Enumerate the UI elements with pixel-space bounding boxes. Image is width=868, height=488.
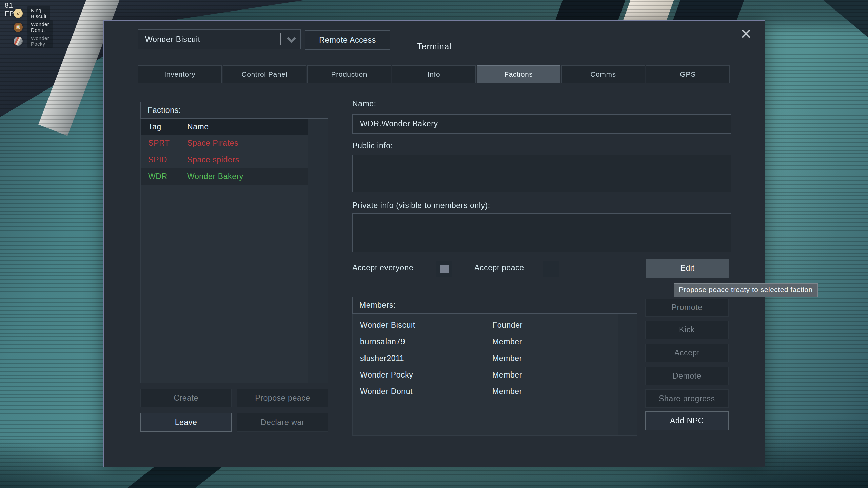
faction-tag: SPRT [148, 135, 170, 151]
tab-production[interactable]: Production [307, 65, 391, 83]
avatar [14, 23, 23, 32]
factions-table-header: Tag Name [141, 119, 308, 135]
tab-inventory[interactable]: Inventory [138, 65, 222, 83]
declare-war-button[interactable]: Declare war [237, 413, 328, 432]
member-name: slusher2011 [360, 350, 404, 367]
avatar [14, 37, 23, 46]
member-role: Member [492, 350, 522, 367]
chevron-down-icon [288, 35, 294, 42]
accept-everyone-label: Accept everyone [352, 263, 413, 272]
faction-tag: WDR [148, 168, 167, 185]
tab-info[interactable]: Info [392, 65, 476, 83]
tooltip: Propose peace treaty to selected faction [674, 283, 818, 297]
accept-button[interactable]: Accept [645, 344, 729, 362]
checkbox-fill [440, 265, 449, 273]
tab-factions[interactable]: Factions [477, 65, 560, 83]
faction-row-spid[interactable]: SPID Space spiders [141, 151, 308, 168]
factions-panel-header: Factions: [140, 102, 328, 119]
accept-everyone-checkbox[interactable] [436, 261, 452, 277]
top-divider [138, 57, 730, 57]
private-info-label: Private info (visible to members only): [352, 201, 490, 210]
player-name: King Biscuit [27, 6, 50, 20]
accept-peace-label: Accept peace [474, 263, 524, 272]
factions-header-label: Factions: [147, 102, 181, 118]
leave-faction-button[interactable]: Leave [140, 413, 232, 432]
bg-dark-band-bottom [125, 466, 224, 488]
public-info-label: Public info: [352, 141, 393, 150]
voice-player: Wonder Donut [14, 22, 53, 32]
member-role: Founder [492, 317, 523, 333]
faction-name: Space Pirates [187, 135, 238, 151]
faction-tag: SPID [148, 151, 167, 168]
name-label: Name: [352, 99, 376, 108]
dialog-title: Terminal [104, 42, 765, 52]
voice-player: Wonder Pocky [14, 36, 53, 46]
member-role: Member [492, 383, 522, 400]
bottom-divider [138, 445, 730, 445]
member-name: Wonder Donut [360, 383, 413, 400]
accept-peace-checkbox[interactable] [543, 261, 559, 277]
faction-name: Space spiders [187, 151, 239, 168]
create-faction-button[interactable]: Create [140, 389, 232, 407]
tab-control-panel[interactable]: Control Panel [223, 65, 307, 83]
player-name: Wonder Donut [27, 20, 53, 34]
members-scrollbar[interactable] [618, 314, 637, 435]
member-name: Wonder Pocky [360, 367, 413, 383]
tab-bar: Inventory Control Panel Production Info … [138, 65, 730, 83]
faction-name-input[interactable] [352, 114, 731, 134]
column-header-tag: Tag [148, 119, 161, 135]
screen: 81 FPS King Biscuit Wonder Donut Wonder … [0, 0, 868, 488]
member-row[interactable]: Wonder Biscuit Founder [353, 317, 618, 333]
members-panel-header: Members: [352, 297, 637, 314]
factions-list: Tag Name SPRT Space Pirates SPID Space s… [140, 119, 328, 383]
faction-row-wdr[interactable]: WDR Wonder Bakery [141, 168, 308, 185]
propose-peace-button[interactable]: Propose peace [237, 389, 328, 407]
private-info-textarea[interactable] [352, 214, 731, 252]
close-icon: ✕ [740, 26, 752, 42]
faction-name: Wonder Bakery [187, 168, 243, 185]
faction-row-sprt[interactable]: SPRT Space Pirates [141, 135, 308, 151]
avatar [14, 9, 23, 18]
member-row[interactable]: Wonder Pocky Member [353, 367, 618, 383]
terminal-dialog: Wonder Biscuit Remote Access Terminal ✕ … [103, 20, 765, 467]
member-row[interactable]: Wonder Donut Member [353, 383, 618, 400]
members-header-label: Members: [359, 297, 396, 313]
members-list: Wonder Biscuit Founder burnsalan79 Membe… [352, 314, 637, 436]
column-header-name: Name [187, 119, 209, 135]
public-info-textarea[interactable] [352, 155, 731, 192]
bg-wedge-top-right [810, 0, 868, 37]
kick-button[interactable]: Kick [645, 321, 729, 339]
member-role: Member [492, 367, 522, 383]
member-name: burnsalan79 [360, 333, 405, 350]
demote-button[interactable]: Demote [645, 367, 729, 385]
member-row[interactable]: burnsalan79 Member [353, 333, 618, 350]
member-row[interactable]: slusher2011 Member [353, 350, 618, 367]
promote-button[interactable]: Promote [645, 299, 729, 317]
close-button[interactable]: ✕ [735, 23, 757, 45]
tab-gps[interactable]: GPS [646, 65, 730, 83]
member-role: Member [492, 333, 522, 350]
edit-button[interactable]: Edit [646, 259, 729, 278]
voice-player: King Biscuit [14, 8, 50, 18]
tab-comms[interactable]: Comms [561, 65, 645, 83]
member-name: Wonder Biscuit [360, 317, 415, 333]
player-name: Wonder Pocky [27, 34, 53, 48]
add-npc-button[interactable]: Add NPC [645, 411, 729, 430]
factions-scrollbar[interactable] [308, 119, 328, 383]
share-progress-button[interactable]: Share progress [645, 389, 729, 408]
